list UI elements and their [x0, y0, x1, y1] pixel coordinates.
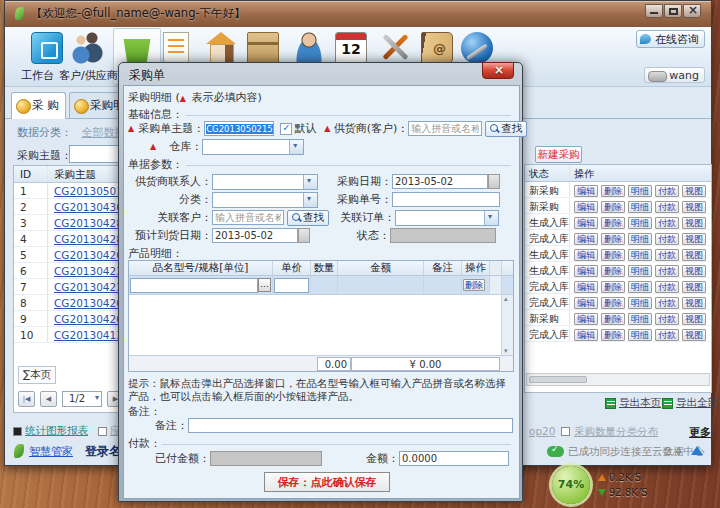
- action-button[interactable]: 编辑: [574, 265, 598, 277]
- action-button[interactable]: 编辑: [574, 281, 598, 293]
- date-picker-icon[interactable]: [488, 174, 500, 189]
- action-button[interactable]: 删除: [601, 265, 625, 277]
- action-button[interactable]: 明细: [628, 297, 652, 309]
- save-button[interactable]: 保存：点此确认保存: [264, 472, 390, 492]
- action-button[interactable]: 删除: [601, 185, 625, 197]
- top20-link-fragment[interactable]: op20: [529, 425, 555, 437]
- address-book-icon[interactable]: [421, 32, 453, 64]
- horizontal-scrollbar[interactable]: [526, 373, 710, 386]
- page-select[interactable]: 1/2: [62, 391, 102, 407]
- action-button[interactable]: 编辑: [574, 329, 598, 341]
- action-button[interactable]: 明细: [628, 201, 652, 213]
- brand-link[interactable]: 智慧管家: [29, 444, 73, 459]
- action-button[interactable]: 明细: [628, 249, 652, 261]
- titlebar[interactable]: 【欢迎您-@full_name@-wang-下午好】: [5, 1, 711, 27]
- chevron-down-icon[interactable]: [289, 140, 303, 154]
- customers-label[interactable]: 客户/供应商: [59, 68, 118, 83]
- action-button[interactable]: 付款: [655, 217, 679, 229]
- action-button[interactable]: 付款: [655, 297, 679, 309]
- action-button[interactable]: 付款: [655, 313, 679, 325]
- qty-dist-link[interactable]: 采购数量分类分布: [574, 425, 658, 439]
- workbench-label[interactable]: 工作台: [21, 68, 54, 83]
- net-speed-widget[interactable]: 74% 0.2K/S 92.8K/S: [552, 466, 648, 504]
- action-button[interactable]: 付款: [655, 233, 679, 245]
- date-picker-icon[interactable]: [298, 228, 310, 243]
- product-name-input[interactable]: [130, 278, 258, 293]
- more-link[interactable]: 更多: [689, 425, 711, 440]
- action-button[interactable]: 付款: [655, 329, 679, 341]
- scrollbar-thumb[interactable]: [529, 376, 587, 383]
- user-badge[interactable]: wang: [644, 67, 705, 83]
- remark-input[interactable]: [188, 418, 513, 433]
- export-page-link[interactable]: 导出本页: [619, 396, 661, 410]
- contact-select[interactable]: [212, 174, 318, 190]
- action-button[interactable]: 视图: [682, 281, 706, 293]
- chart-report-checkbox[interactable]: [13, 427, 22, 436]
- chevron-down-icon[interactable]: [303, 193, 317, 207]
- action-button[interactable]: 编辑: [574, 249, 598, 261]
- action-button[interactable]: 编辑: [574, 217, 598, 229]
- customers-suppliers-icon[interactable]: [71, 32, 103, 64]
- sync-up-arrow-icon[interactable]: [691, 446, 703, 455]
- rel-customer-input[interactable]: [212, 210, 284, 225]
- action-button[interactable]: 视图: [682, 233, 706, 245]
- action-button[interactable]: 明细: [628, 329, 652, 341]
- tab-purchase[interactable]: 采 购: [11, 92, 66, 119]
- action-button[interactable]: 付款: [655, 185, 679, 197]
- action-button[interactable]: 编辑: [574, 185, 598, 197]
- action-button[interactable]: 编辑: [574, 297, 598, 309]
- action-button[interactable]: 视图: [682, 329, 706, 341]
- home-icon[interactable]: [205, 32, 237, 64]
- action-button[interactable]: 视图: [682, 217, 706, 229]
- sum-page-label[interactable]: ∑本页: [18, 366, 56, 384]
- action-button[interactable]: 视图: [682, 185, 706, 197]
- action-button[interactable]: 编辑: [574, 233, 598, 245]
- product-table-scrollbar[interactable]: [501, 295, 513, 355]
- action-button[interactable]: 删除: [601, 297, 625, 309]
- action-button[interactable]: 删除: [601, 313, 625, 325]
- action-button[interactable]: 删除: [601, 281, 625, 293]
- delete-row-button[interactable]: 删除: [463, 279, 485, 291]
- supplier-input[interactable]: [408, 121, 482, 136]
- action-button[interactable]: 删除: [601, 201, 625, 213]
- first-page-button[interactable]: [18, 391, 35, 407]
- action-button[interactable]: 付款: [655, 265, 679, 277]
- action-button[interactable]: 删除: [601, 329, 625, 341]
- minimize-icon[interactable]: [645, 4, 663, 18]
- warehouse-select[interactable]: [202, 139, 304, 155]
- calendar-icon[interactable]: 12: [335, 32, 367, 64]
- action-button[interactable]: 付款: [655, 281, 679, 293]
- price-input[interactable]: [274, 278, 309, 293]
- rel-order-select[interactable]: [395, 210, 499, 226]
- supplier-search-button[interactable]: 查找: [485, 121, 527, 137]
- action-button[interactable]: 明细: [628, 217, 652, 229]
- default-checkbox[interactable]: [280, 123, 292, 135]
- action-button[interactable]: 编辑: [574, 201, 598, 213]
- action-button[interactable]: 编辑: [574, 313, 598, 325]
- subject-value-input[interactable]: CG2013050215025: [204, 121, 274, 136]
- action-button[interactable]: 删除: [601, 249, 625, 261]
- dialog-close-icon[interactable]: [482, 62, 514, 79]
- online-service-button[interactable]: 在线咨询: [636, 30, 705, 48]
- payable-checkbox[interactable]: [98, 427, 107, 436]
- prev-page-button[interactable]: [40, 391, 57, 407]
- purchase-date-input[interactable]: [392, 174, 488, 189]
- qty-dist-checkbox[interactable]: [561, 427, 570, 436]
- product-picker-button[interactable]: …: [258, 278, 271, 292]
- action-button[interactable]: 删除: [601, 217, 625, 229]
- action-button[interactable]: 明细: [628, 233, 652, 245]
- action-button[interactable]: 视图: [682, 249, 706, 261]
- action-button[interactable]: 明细: [628, 281, 652, 293]
- action-button[interactable]: 视图: [682, 297, 706, 309]
- action-button[interactable]: 删除: [601, 233, 625, 245]
- amount-input[interactable]: [399, 451, 509, 466]
- network-globe-icon[interactable]: [461, 32, 493, 64]
- contact-person-icon[interactable]: [293, 32, 325, 64]
- order-no-input[interactable]: [392, 192, 500, 207]
- action-button[interactable]: 付款: [655, 201, 679, 213]
- action-button[interactable]: 付款: [655, 249, 679, 261]
- category-select[interactable]: [212, 192, 318, 208]
- close-icon[interactable]: [683, 4, 701, 18]
- maximize-icon[interactable]: [664, 4, 682, 18]
- action-button[interactable]: 视图: [682, 265, 706, 277]
